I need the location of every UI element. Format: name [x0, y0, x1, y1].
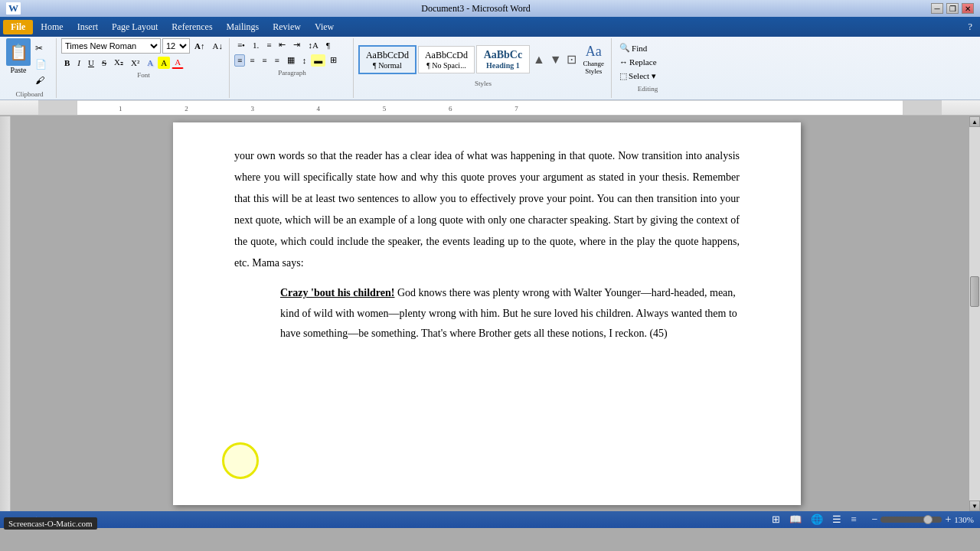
svg-text:6: 6: [449, 105, 452, 112]
align-left-button[interactable]: ≡: [234, 54, 245, 67]
styles-expand[interactable]: ⊡: [565, 52, 578, 67]
clipboard-label: Clipboard: [6, 90, 53, 98]
numbering-button[interactable]: 1.: [250, 39, 262, 51]
menu-insert[interactable]: Insert: [71, 20, 104, 34]
zoom-slider[interactable]: [880, 517, 942, 523]
vertical-ruler: [0, 116, 11, 511]
font-size-select[interactable]: 12: [162, 38, 190, 54]
superscript-button[interactable]: X²: [128, 57, 142, 69]
line-spacing-button[interactable]: ↕: [299, 54, 310, 67]
styles-scroll-up[interactable]: ▲: [531, 53, 547, 67]
doc-blockquote: Crazy 'bout his children! God knows ther…: [280, 283, 740, 344]
align-center-button[interactable]: ≡: [247, 54, 257, 67]
columns-button[interactable]: ▦: [284, 54, 298, 67]
svg-text:2: 2: [185, 105, 188, 112]
align-right-button[interactable]: ≡: [259, 54, 270, 67]
zoom-controls: − + 130%: [872, 514, 974, 526]
menu-view[interactable]: View: [309, 20, 340, 34]
menu-mailings[interactable]: Mailings: [220, 20, 266, 34]
window-title: Document3 - Microsoft Word: [21, 3, 931, 15]
scroll-up-button[interactable]: ▲: [969, 116, 980, 127]
scroll-down-button[interactable]: ▼: [969, 500, 980, 511]
help-icon[interactable]: ?: [963, 21, 977, 33]
borders-button[interactable]: ⊞: [327, 54, 340, 67]
italic-button[interactable]: I: [74, 57, 83, 69]
justify-button[interactable]: ≡: [272, 54, 283, 67]
format-painter-button[interactable]: 🖌: [32, 73, 50, 88]
menu-review[interactable]: Review: [266, 20, 307, 34]
document-area: your own words so that the reader has a …: [0, 116, 980, 511]
font-label: Font: [61, 71, 226, 79]
bold-button[interactable]: B: [61, 57, 73, 69]
cut-button[interactable]: ✂: [32, 41, 50, 56]
bullets-button[interactable]: ≡•: [234, 39, 248, 51]
heading1-style-swatch[interactable]: AaBbCc Heading 1: [476, 45, 530, 73]
menu-pagelayout[interactable]: Page Layout: [106, 20, 164, 34]
web-layout-button[interactable]: 🌐: [808, 512, 826, 527]
outline-view-button[interactable]: ☰: [829, 512, 844, 527]
styles-gallery: AaBbCcDd ¶ Normal AaBbCcDd ¶ No Spaci...…: [358, 41, 608, 77]
normal-style-swatch[interactable]: AaBbCcDd ¶ Normal: [358, 45, 416, 74]
zoom-slider-thumb[interactable]: [923, 515, 933, 524]
scroll-track[interactable]: [969, 127, 980, 500]
zoom-in-button[interactable]: +: [945, 514, 951, 526]
zoom-level[interactable]: 130%: [954, 515, 974, 524]
page-container: your own words so that the reader has a …: [11, 116, 969, 511]
select-icon: ⬚: [619, 71, 627, 81]
svg-text:1: 1: [119, 105, 122, 112]
svg-text:5: 5: [383, 105, 387, 112]
minimize-button[interactable]: ─: [931, 3, 943, 14]
close-button[interactable]: ✕: [962, 3, 974, 14]
text-effects-button[interactable]: A: [144, 57, 156, 69]
styles-scroll-down[interactable]: ▼: [548, 53, 564, 67]
file-menu[interactable]: File: [3, 20, 33, 34]
restore-button[interactable]: ❐: [946, 3, 959, 14]
title-bar: W Document3 - Microsoft Word ─ ❐ ✕: [0, 0, 980, 17]
decrease-font-button[interactable]: A↓: [209, 40, 225, 52]
font-name-select[interactable]: Times New Roman: [61, 38, 161, 54]
svg-text:4: 4: [317, 105, 321, 112]
select-button[interactable]: ⬚ Select ▾: [616, 70, 679, 83]
replace-icon: ↔: [619, 57, 628, 67]
shading-button[interactable]: ▬: [311, 54, 325, 67]
ribbon: File Home Insert Page Layout References …: [0, 17, 980, 116]
window-controls: ─ ❐ ✕: [931, 3, 974, 14]
find-button[interactable]: 🔍 Find: [616, 41, 679, 54]
menu-bar: File Home Insert Page Layout References …: [0, 17, 980, 37]
zoom-out-button[interactable]: −: [872, 514, 878, 526]
strikethrough-button[interactable]: S: [99, 57, 109, 69]
no-spacing-style-swatch[interactable]: AaBbCcDd ¶ No Spaci...: [418, 46, 475, 73]
menu-references[interactable]: References: [165, 20, 218, 34]
word-page[interactable]: your own words so that the reader has a …: [173, 122, 801, 505]
status-bar: Screencast-O-Matic.com English (U.S.) ⊞ …: [0, 511, 980, 528]
text-highlight-button[interactable]: A: [158, 57, 170, 69]
cursor-area[interactable]: [234, 350, 740, 381]
title-bar-left: W: [6, 2, 21, 15]
multilevel-button[interactable]: ≡: [263, 39, 274, 51]
replace-button[interactable]: ↔ Replace: [616, 56, 679, 68]
sort-button[interactable]: ↕A: [305, 39, 321, 51]
show-formatting-button[interactable]: ¶: [323, 39, 333, 51]
subscript-button[interactable]: X₂: [111, 56, 126, 69]
font-section: Times New Roman 12 A↑ A↓ B I U S X₂ X² A…: [58, 38, 230, 98]
decrease-indent-button[interactable]: ⇤: [276, 38, 289, 51]
increase-font-button[interactable]: A↑: [191, 40, 207, 52]
scroll-thumb[interactable]: [970, 276, 979, 307]
menu-home[interactable]: Home: [34, 20, 69, 34]
editing-label: Editing: [616, 85, 679, 93]
increase-indent-button[interactable]: ⇥: [290, 38, 303, 51]
ribbon-content: 📋 Paste ✂ 📄 🖌 Clipboard Times New Roman …: [0, 37, 980, 100]
blockquote-underline-text: Crazy 'bout his children!: [280, 287, 394, 298]
change-styles-icon: Aa: [586, 44, 602, 60]
clipboard-sub-buttons: ✂ 📄 🖌: [32, 41, 50, 88]
ruler-inner: 1 2 3 4 5 6 7: [77, 100, 903, 115]
change-styles-button[interactable]: Aa ChangeStyles: [580, 41, 609, 77]
full-reading-button[interactable]: 📖: [786, 512, 805, 527]
underline-button[interactable]: U: [85, 57, 97, 69]
font-color-button[interactable]: A: [172, 56, 184, 69]
paste-button[interactable]: 📋 Paste: [6, 38, 31, 74]
copy-button[interactable]: 📄: [32, 57, 50, 72]
print-layout-button[interactable]: ⊞: [769, 512, 783, 527]
draft-view-button[interactable]: ≡: [848, 512, 859, 527]
styles-section: AaBbCcDd ¶ Normal AaBbCcDd ¶ No Spaci...…: [355, 38, 612, 98]
